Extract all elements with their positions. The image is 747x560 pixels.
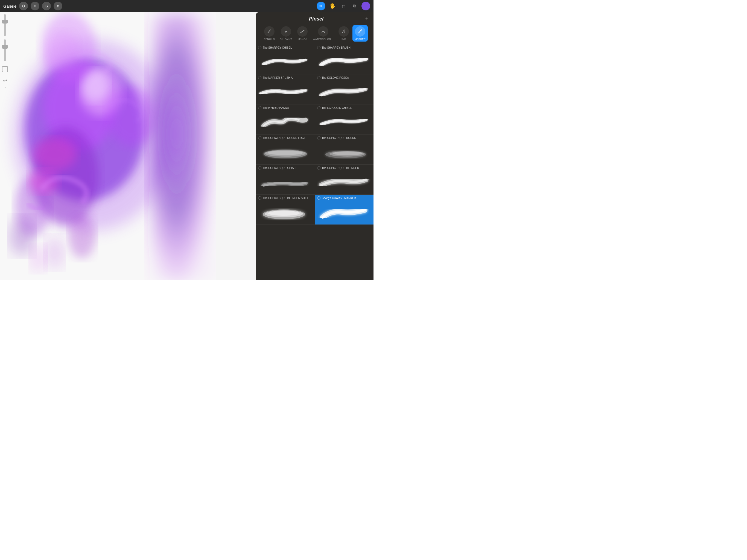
layers-button[interactable]: ⧉ <box>351 2 358 10</box>
brush-preview <box>317 50 371 73</box>
brush-radio <box>258 136 261 139</box>
brush-name: Georg's COARSE MARKER <box>322 197 356 200</box>
brush-preview <box>258 170 312 193</box>
redo-button[interactable]: → <box>3 85 7 89</box>
manga-icon <box>297 26 308 36</box>
wrench-button[interactable]: ⚙ <box>19 2 28 10</box>
galerie-button[interactable]: Galerie <box>3 4 17 8</box>
brush-copicesque-round[interactable]: The COPICESQUE ROUND <box>315 134 374 164</box>
select-button[interactable]: S <box>42 2 51 10</box>
brush-radio <box>258 166 261 170</box>
brush-header: The COPICESQUE BLENDER <box>317 166 371 170</box>
brush-header: The SHARPEY BRUSH <box>317 46 371 49</box>
brush-preview <box>258 110 312 133</box>
pen-icon: ✏ <box>319 4 323 8</box>
smudge-icon: 🖐 <box>330 3 335 9</box>
add-brush-button[interactable]: + <box>365 16 368 22</box>
oil-paint-icon <box>281 26 291 36</box>
toolbar-right: ✏ 🖐 ◻ ⧉ <box>317 2 370 10</box>
pen-button[interactable]: ✏ <box>317 2 325 10</box>
panel-title: Pinsel <box>267 16 365 22</box>
brush-header: Georg's COARSE MARKER <box>317 196 371 200</box>
brush-row-4: The COPICESQUE ROUND EDGE The COPICESQUE… <box>256 134 374 164</box>
opacity-slider[interactable] <box>4 14 6 36</box>
eraser-button[interactable]: ◻ <box>340 2 347 10</box>
brush-row-3: The HYBRID HANNA The EXPOLOID CHISEL <box>256 104 374 134</box>
tab-manga[interactable]: MANGA <box>295 25 310 42</box>
svg-rect-17 <box>150 12 216 280</box>
panel-header: Pinsel + <box>256 12 374 24</box>
tab-pencils[interactable]: PENCILS <box>262 25 277 42</box>
brush-stroke-svg <box>317 52 371 71</box>
smudge-button[interactable]: 🖐 <box>329 2 336 10</box>
adjust-button[interactable]: ✦ <box>31 2 40 10</box>
brush-radio <box>317 46 320 49</box>
canvas-painting <box>0 12 216 280</box>
layers-icon: ⧉ <box>353 4 356 8</box>
transform-icon: ⬆ <box>56 4 60 8</box>
ink-icon <box>338 26 349 36</box>
brush-stroke-svg <box>258 142 312 161</box>
select-icon: S <box>45 4 48 8</box>
brush-radio <box>258 106 261 109</box>
transform-button[interactable]: ⬆ <box>54 2 62 10</box>
ink-label: INK <box>341 38 346 41</box>
brush-copicesque-round-edge[interactable]: The COPICESQUE ROUND EDGE <box>256 134 315 164</box>
brush-stroke-svg <box>258 82 312 101</box>
brush-expoloid-chisel[interactable]: The EXPOLOID CHISEL <box>315 104 374 134</box>
brush-row-1: The SHARPEY CHISEL The SHARPEY BRUSH <box>256 44 374 74</box>
brush-radio <box>258 76 261 79</box>
brush-preview <box>258 140 312 163</box>
tool-mode-button[interactable] <box>2 66 8 72</box>
tab-ink[interactable]: INK <box>336 25 351 42</box>
tab-marker[interactable]: MARKER <box>353 25 368 42</box>
brush-coarse-marker[interactable]: Georg's COARSE MARKER <box>315 195 374 225</box>
brush-radio <box>258 196 261 200</box>
pencils-icon <box>264 26 275 36</box>
svg-point-26 <box>333 152 362 155</box>
brush-marker-brush-a[interactable]: The MARKER BRUSH A <box>256 74 315 104</box>
brush-header: The KOLOHE POSCA <box>317 76 371 79</box>
brush-name: The COPICESQUE ROUND EDGE <box>263 136 306 139</box>
oil-paint-label: OIL PAINT <box>280 38 292 41</box>
eraser-icon: ◻ <box>342 4 345 9</box>
brush-sharpey-brush[interactable]: The SHARPEY BRUSH <box>315 44 374 74</box>
adjust-icon: ✦ <box>33 4 36 8</box>
watercolor-label: WATERCOLOR... <box>313 38 333 41</box>
manga-label: MANGA <box>298 38 307 41</box>
brush-sharpey-chisel[interactable]: The SHARPEY CHISEL <box>256 44 315 74</box>
brush-copicesque-chisel[interactable]: The COPICESQUE CHISEL <box>256 164 315 195</box>
brush-stroke-svg <box>317 82 371 101</box>
svg-point-9 <box>107 86 156 146</box>
brush-preview <box>317 140 371 163</box>
svg-line-19 <box>301 30 304 32</box>
svg-point-12 <box>33 138 77 171</box>
brush-header: The EXPOLOID CHISEL <box>317 106 371 109</box>
brush-copicesque-blender-soft[interactable]: The COPICESQUE BLENDER SOFT <box>256 195 315 225</box>
brush-hybrid-hanna[interactable]: The HYBRID HANNA <box>256 104 315 134</box>
brush-preview <box>317 80 371 103</box>
tab-oil-paint[interactable]: OIL PAINT <box>278 25 294 42</box>
svg-point-23 <box>268 151 303 155</box>
category-tabs: PENCILS OIL PAINT MANGA WATERCOLOR... IN… <box>256 24 374 44</box>
brush-radio <box>317 106 320 109</box>
size-slider[interactable] <box>4 40 6 61</box>
brush-preview <box>317 200 371 223</box>
brush-kolohe-posca[interactable]: The KOLOHE POSCA <box>315 74 374 104</box>
size-slider-thumb <box>2 45 8 49</box>
color-swatch[interactable] <box>361 2 370 10</box>
tab-watercolor[interactable]: WATERCOLOR... <box>311 25 335 42</box>
brush-name: The KOLOHE POSCA <box>322 76 349 79</box>
brush-stroke-svg <box>317 202 371 222</box>
brush-name: The MARKER BRUSH A <box>263 76 292 79</box>
brush-row-2: The MARKER BRUSH A The KOLOHE POSCA <box>256 74 374 104</box>
brush-header: The MARKER BRUSH A <box>258 76 312 79</box>
svg-point-29 <box>268 211 300 216</box>
brush-copicesque-blender[interactable]: The COPICESQUE BLENDER <box>315 164 374 195</box>
marker-label: MARKER <box>355 38 366 41</box>
left-sidebar: ↩ → <box>0 12 10 280</box>
brush-preview <box>258 80 312 103</box>
undo-button[interactable]: ↩ <box>3 78 7 84</box>
brush-radio <box>317 136 320 139</box>
brush-radio <box>317 196 320 200</box>
